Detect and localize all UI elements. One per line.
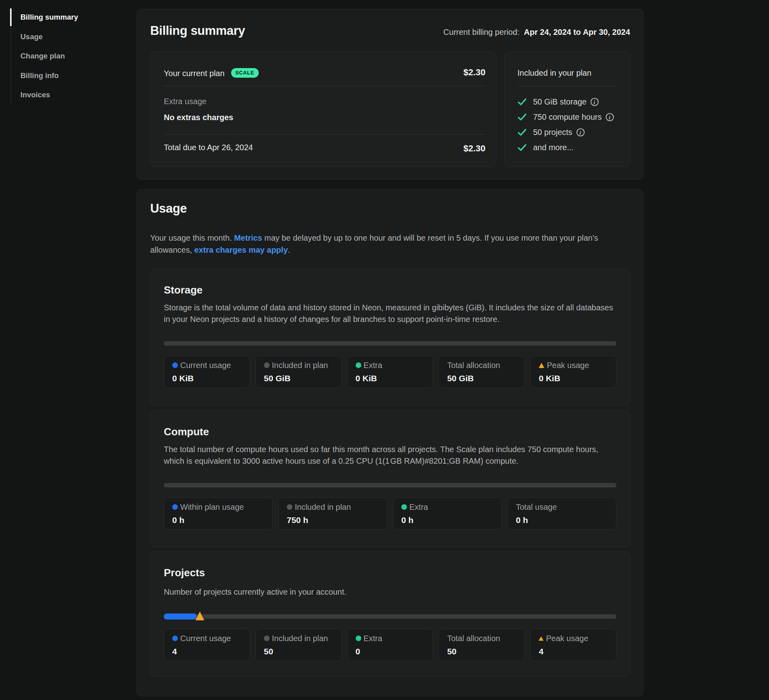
svg-text:i: i (594, 99, 596, 105)
svg-text:i: i (580, 129, 581, 135)
svg-text:i: i (609, 114, 610, 120)
